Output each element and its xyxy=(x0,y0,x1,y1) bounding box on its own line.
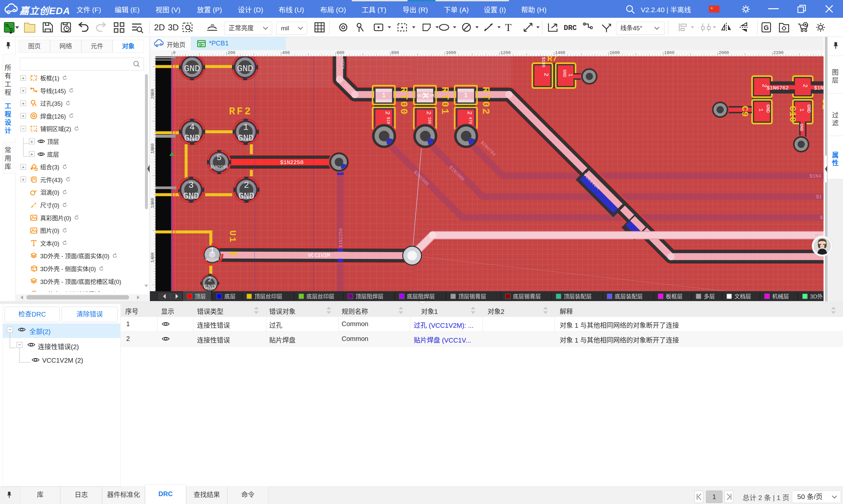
svg-text:顶层丝印层: 顶层丝印层 xyxy=(254,293,282,300)
svg-text:2000: 2000 xyxy=(150,89,155,99)
svg-text:200: 200 xyxy=(228,50,235,55)
svg-text:文档层: 文档层 xyxy=(734,293,751,300)
svg-text:G: G xyxy=(764,24,769,31)
svg-text:1800: 1800 xyxy=(150,143,155,154)
svg-text:板框层: 板框层 xyxy=(666,293,683,300)
svg-text:2200: 2200 xyxy=(773,50,783,55)
svg-text:底层装配层: 底层装配层 xyxy=(615,293,643,300)
svg-text:顶层阻焊层: 顶层阻焊层 xyxy=(356,293,383,300)
svg-text:T: T xyxy=(505,21,512,33)
svg-text:0: 0 xyxy=(173,50,176,55)
svg-text:2000: 2000 xyxy=(719,50,729,55)
svg-text:600: 600 xyxy=(337,50,344,55)
svg-text:1400: 1400 xyxy=(555,50,565,55)
svg-text:1200: 1200 xyxy=(500,50,510,55)
svg-text:底层阻焊层: 底层阻焊层 xyxy=(407,293,435,300)
svg-text:3D外: 3D外 xyxy=(810,293,823,300)
svg-text:顶层: 顶层 xyxy=(195,293,206,300)
svg-text:底层锡膏层: 底层锡膏层 xyxy=(513,293,541,300)
svg-text:顶层装配层: 顶层装配层 xyxy=(564,293,592,300)
svg-text:1400: 1400 xyxy=(150,252,155,263)
svg-text:多层: 多层 xyxy=(704,293,715,300)
svg-text:1600: 1600 xyxy=(150,198,155,208)
svg-text:底层丝印层: 底层丝印层 xyxy=(306,293,334,300)
svg-text:1600: 1600 xyxy=(609,50,620,55)
svg-text:800: 800 xyxy=(391,50,399,55)
svg-text:1000: 1000 xyxy=(446,50,456,55)
svg-text:1800: 1800 xyxy=(664,50,674,55)
svg-text:底层: 底层 xyxy=(225,293,235,300)
svg-text:DRC: DRC xyxy=(564,24,577,32)
svg-text:机械层: 机械层 xyxy=(772,293,789,300)
svg-text:400: 400 xyxy=(282,50,290,55)
svg-text:顶层锡膏层: 顶层锡膏层 xyxy=(458,293,486,300)
